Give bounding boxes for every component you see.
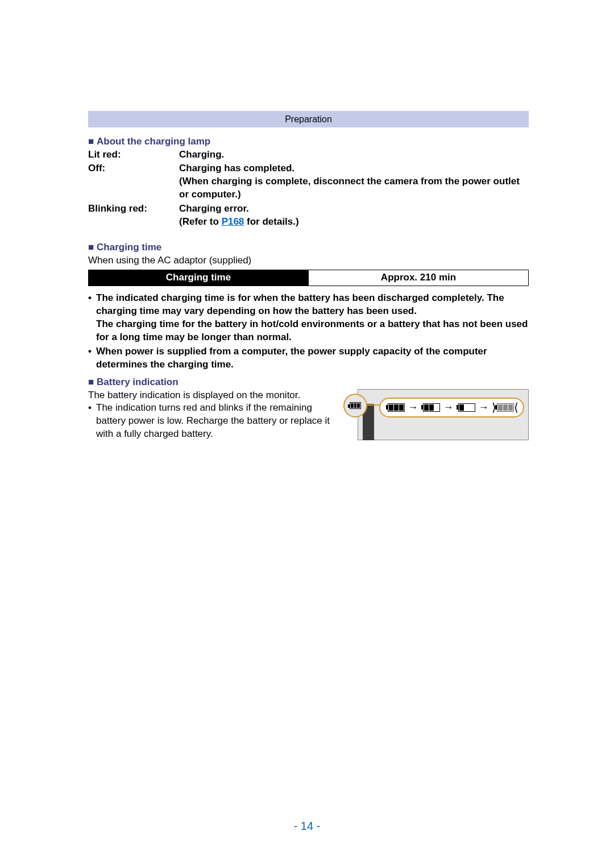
battery-indication-figure: → → → ⟩ ⟨	[342, 389, 529, 440]
arrow-icon: →	[479, 400, 489, 414]
bullet-text: The indication turns red and blinks if t…	[96, 402, 335, 441]
charging-time-table: Charging time Approx. 210 min	[88, 270, 529, 286]
battery-levels-callout: → → → ⟩ ⟨	[379, 398, 524, 418]
section-about-charging-lamp: ■ About the charging lamp	[88, 135, 529, 148]
table-value: Approx. 210 min	[309, 270, 529, 286]
section-title: Charging time	[97, 242, 161, 253]
def-desc: Charging has completed. (When charging i…	[179, 162, 529, 202]
table-header: Charging time	[89, 270, 309, 286]
note-text: When power is supplied from a computer, …	[96, 345, 529, 371]
charging-notes: • The indicated charging time is for whe…	[88, 292, 529, 371]
battery-two-thirds-icon	[421, 403, 440, 412]
square-marker-icon: ■	[88, 377, 94, 387]
def-label: Off:	[88, 162, 179, 202]
def-label: Lit red:	[88, 148, 179, 163]
section-title: About the charging lamp	[97, 136, 210, 147]
arrow-icon: →	[408, 400, 418, 414]
section-header: Preparation	[88, 111, 529, 127]
def-label: Blinking red:	[88, 202, 179, 230]
section-battery-indication: ■ Battery indication	[88, 376, 529, 389]
charging-time-intro: When using the AC adaptor (supplied)	[88, 254, 529, 267]
page: Preparation ■ About the charging lamp Li…	[0, 0, 614, 868]
page-number: - 14 -	[0, 819, 614, 834]
battery-indication-bullet: • The indication turns red and blinks if…	[88, 402, 335, 441]
battery-indication-line: The battery indication is displayed on t…	[88, 389, 335, 402]
section-charging-time: ■ Charging time	[88, 241, 529, 254]
page-link-p168[interactable]: P168	[222, 216, 244, 227]
definition-row: Off: Charging has completed. (When charg…	[88, 162, 529, 202]
battery-blinking-icon: ⟩ ⟨	[492, 400, 517, 415]
note-item: • When power is supplied from a computer…	[88, 345, 529, 371]
section-title: Battery indication	[97, 377, 179, 387]
square-marker-icon: ■	[88, 136, 94, 147]
bullet-icon: •	[88, 292, 96, 344]
charging-lamp-definitions: Lit red: Charging. Off: Charging has com…	[88, 148, 529, 230]
callout-origin-icon	[343, 394, 367, 418]
bullet-icon: •	[88, 345, 96, 371]
note-item: • The indicated charging time is for whe…	[88, 292, 529, 344]
note-text: The indicated charging time is for when …	[96, 292, 529, 344]
battery-full-icon	[386, 403, 405, 412]
battery-small-icon	[350, 402, 361, 409]
def-desc-text: for details.)	[244, 216, 298, 227]
def-desc: Charging.	[179, 148, 529, 163]
battery-indication-content: The battery indication is displayed on t…	[88, 389, 529, 441]
battery-one-third-icon	[457, 403, 475, 412]
definition-row: Lit red: Charging.	[88, 148, 529, 163]
bullet-icon: •	[88, 402, 96, 441]
square-marker-icon: ■	[88, 242, 94, 253]
arrow-icon: →	[443, 400, 453, 414]
def-desc: Charging error. (Refer to P168 for detai…	[179, 202, 529, 230]
definition-row: Blinking red: Charging error. (Refer to …	[88, 202, 529, 230]
